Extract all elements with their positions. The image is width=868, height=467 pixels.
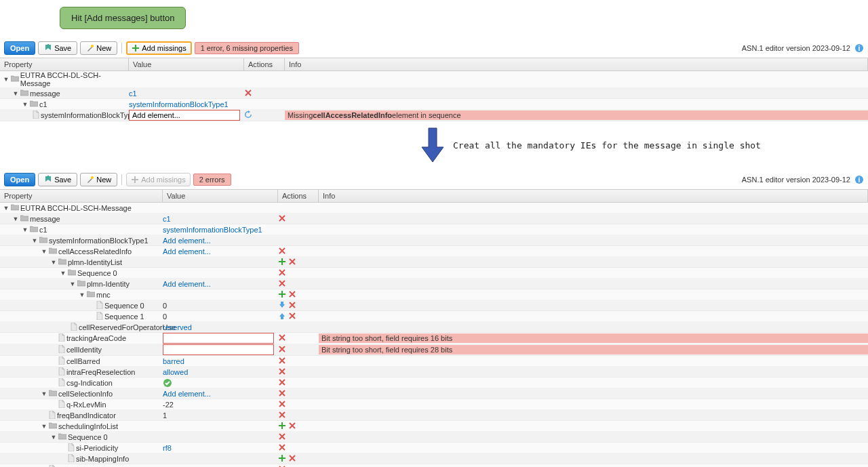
tree-row[interactable]: ▼ cellSelectionInfoAdd element... [0,388,868,399]
value-text[interactable]: barred [163,357,184,365]
tree-row[interactable]: ▼ plmn-IdentityAdd element... [0,279,868,289]
delete-icon[interactable] [278,389,286,397]
save-button[interactable]: Save [38,173,77,186]
delete-icon[interactable] [278,411,286,419]
refresh-icon[interactable] [244,110,252,119]
expand-toggle[interactable]: ▼ [41,423,47,430]
error-badge[interactable]: 1 error, 6 missing properties [195,42,299,54]
info-icon[interactable]: i [854,43,864,53]
expand-toggle[interactable]: ▼ [3,205,9,211]
tree-row[interactable]: Sequence 00 [0,300,868,311]
tree-row[interactable]: ▼ messagec1 [0,88,868,99]
new-button[interactable]: New [80,41,117,55]
add-icon[interactable] [278,454,286,462]
expand-toggle[interactable]: ▼ [3,76,9,83]
save-button[interactable]: Save [38,41,77,55]
tree-row[interactable]: freqBandIndicator1 [0,410,868,421]
delete-icon[interactable] [278,465,286,468]
info-icon[interactable]: i [854,175,864,184]
error-badge[interactable]: 2 errors [193,174,231,186]
tree-row[interactable]: si-Periodicityrf8 [0,443,868,453]
delete-icon[interactable] [288,258,296,266]
tree-row[interactable]: Sequence 10 [0,311,868,322]
delete-icon[interactable] [278,378,286,386]
tree-row[interactable]: cellIdentityBit string too short, field … [0,344,868,356]
delete-icon[interactable] [278,345,286,353]
tree-row[interactable]: cellReservedForOperatorUsereserved [0,322,868,333]
move-down-icon[interactable] [278,301,286,309]
expand-toggle[interactable]: ▼ [12,216,19,222]
value-text[interactable]: systemInformationBlockType1 [129,100,229,108]
delete-icon[interactable] [288,301,296,309]
move-up-icon[interactable] [278,312,286,320]
tree-row[interactable]: ▼ EUTRA BCCH-DL-SCH-Message [0,71,868,88]
tree-row[interactable]: ▼ c1systemInformationBlockType1 [0,224,868,235]
tree-row[interactable]: sib-MappingInfo [0,453,868,464]
delete-icon[interactable] [278,268,286,277]
delete-icon[interactable] [278,400,286,408]
tree-row[interactable]: si-WindowLengthms1 [0,464,868,467]
expand-toggle[interactable]: ▼ [31,237,38,244]
delete-icon[interactable] [278,432,286,441]
add-icon[interactable] [278,258,286,266]
expand-toggle[interactable]: ▼ [41,248,47,255]
tree-row[interactable]: ▼ EUTRA BCCH-DL-SCH-Message [0,203,868,214]
new-button[interactable]: New [80,173,117,186]
delete-icon[interactable] [278,279,286,287]
add-missings-button[interactable]: Add missings [126,41,191,55]
value-text[interactable]: systemInformationBlockType1 [163,226,262,234]
tree-row[interactable]: csg-Indication [0,378,868,388]
delete-icon[interactable] [288,422,296,430]
tree-row[interactable]: ▼ mnc [0,289,868,300]
delete-icon[interactable] [278,214,286,222]
delete-icon[interactable] [278,443,286,451]
value-text[interactable]: Add element... [163,280,211,288]
value-text[interactable]: reserved [163,323,192,331]
delete-icon[interactable] [278,333,286,342]
tree-row[interactable]: trackingAreaCodeBit string too short, fi… [0,333,868,344]
folder-icon [87,291,95,298]
tree-row[interactable]: ▼ schedulingInfoList [0,421,868,432]
expand-toggle[interactable]: ▼ [12,90,19,97]
delete-icon[interactable] [288,312,296,320]
expand-toggle[interactable]: ▼ [22,226,28,233]
expand-toggle[interactable]: ▼ [41,390,47,397]
value-text[interactable]: Add element... [163,390,211,398]
value-input[interactable] [163,333,274,344]
value-text[interactable]: Add element... [163,237,211,245]
tree-row[interactable]: ▼ Sequence 0 [0,268,868,279]
expand-toggle[interactable]: ▼ [50,259,57,266]
tree-row[interactable]: q-RxLevMin-22 [0,399,868,410]
tree-row[interactable]: intraFreqReselectionallowed [0,367,868,378]
delete-icon[interactable] [278,357,286,365]
delete-icon[interactable] [288,290,296,298]
tree-row[interactable]: ▼ plmn-IdentityList [0,257,868,268]
expand-toggle[interactable]: ▼ [60,270,66,277]
value-input[interactable] [129,110,240,121]
value-text[interactable]: c1 [163,215,171,223]
delete-icon[interactable] [288,454,296,462]
delete-icon[interactable] [278,247,286,255]
tree-row[interactable]: systemInformationBlockType1Missing cellA… [0,110,868,121]
value-text[interactable]: allowed [163,368,188,376]
open-button[interactable]: Open [4,173,35,186]
expand-toggle[interactable]: ▼ [69,281,76,287]
tree-row[interactable]: ▼ messagec1 [0,214,868,224]
expand-toggle[interactable]: ▼ [22,101,28,108]
add-icon[interactable] [278,290,286,298]
expand-toggle[interactable]: ▼ [50,434,57,441]
value-text[interactable]: Add element... [163,247,211,256]
tree-row[interactable]: ▼ systemInformationBlockType1Add element… [0,235,868,246]
value-text[interactable]: c1 [129,89,137,98]
tree-row[interactable]: ▼ cellAccessRelatedInfoAdd element... [0,246,868,257]
tree-row[interactable]: ▼ Sequence 0 [0,432,868,443]
expand-toggle[interactable]: ▼ [79,291,85,298]
value-text[interactable]: rf8 [163,444,172,452]
delete-icon[interactable] [244,89,252,97]
add-icon[interactable] [278,422,286,430]
value-input[interactable] [163,344,274,355]
tree-row[interactable]: ▼ c1systemInformationBlockType1 [0,99,868,110]
open-button[interactable]: Open [4,41,35,55]
delete-icon[interactable] [278,367,286,375]
tree-row[interactable]: cellBarredbarred [0,356,868,367]
